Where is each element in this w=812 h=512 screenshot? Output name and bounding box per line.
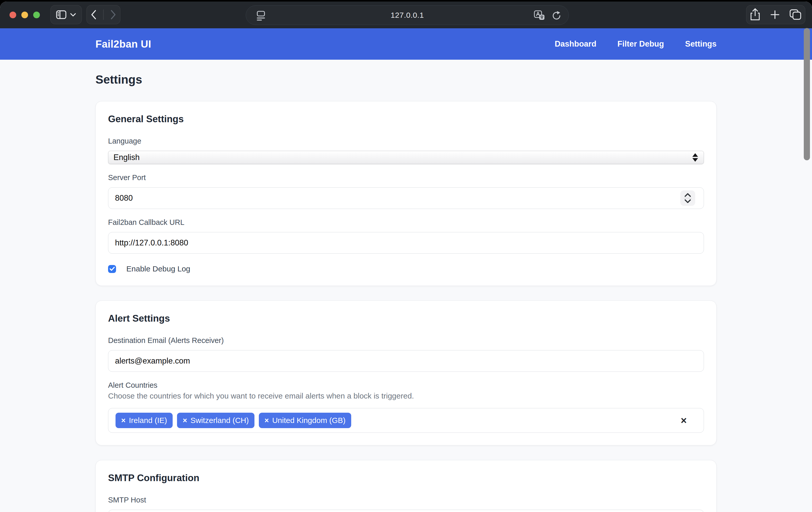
page-title: Settings bbox=[95, 60, 717, 86]
general-settings-card: General Settings Language English Server… bbox=[95, 101, 717, 286]
callback-url-input[interactable] bbox=[108, 232, 704, 254]
language-label: Language bbox=[108, 137, 704, 145]
debug-log-label[interactable]: Enable Debug Log bbox=[126, 264, 191, 273]
server-port-label: Server Port bbox=[108, 173, 704, 182]
nav-link-settings[interactable]: Settings bbox=[685, 39, 717, 49]
select-arrows-icon bbox=[692, 153, 698, 162]
nav-link-filter-debug[interactable]: Filter Debug bbox=[617, 39, 664, 49]
remove-tag-icon[interactable]: × bbox=[121, 416, 125, 425]
nav-divider bbox=[103, 9, 104, 20]
translate-icon[interactable] bbox=[533, 10, 546, 21]
page-content: Settings General Settings Language Engli… bbox=[0, 60, 812, 512]
smtp-host-input[interactable] bbox=[108, 510, 704, 512]
chevron-down-icon bbox=[70, 12, 76, 17]
country-tag-label: United Kingdom (GB) bbox=[272, 416, 346, 425]
close-window-button[interactable] bbox=[9, 11, 16, 18]
callback-url-label: Fail2ban Callback URL bbox=[108, 218, 704, 227]
nav-links: Dashboard Filter Debug Settings bbox=[555, 39, 717, 49]
app-navbar: Fail2ban UI Dashboard Filter Debug Setti… bbox=[0, 28, 812, 60]
nav-link-dashboard[interactable]: Dashboard bbox=[555, 39, 597, 49]
smtp-configuration-card: SMTP Configuration SMTP Host bbox=[95, 460, 717, 512]
smtp-configuration-title: SMTP Configuration bbox=[108, 473, 704, 483]
alert-settings-title: Alert Settings bbox=[108, 313, 704, 324]
general-settings-title: General Settings bbox=[108, 114, 704, 124]
toolbar-right-group bbox=[746, 5, 805, 24]
checkmark-icon bbox=[109, 266, 115, 271]
remove-tag-icon[interactable]: × bbox=[264, 416, 269, 425]
alert-settings-card: Alert Settings Destination Email (Alerts… bbox=[95, 301, 717, 445]
app-brand: Fail2ban UI bbox=[95, 38, 151, 50]
destination-email-input[interactable] bbox=[108, 350, 704, 372]
window-controls bbox=[9, 11, 40, 18]
destination-email-label: Destination Email (Alerts Receiver) bbox=[108, 336, 704, 345]
browser-window: 127.0.0.1 bbox=[0, 2, 812, 512]
browser-titlebar: 127.0.0.1 bbox=[0, 2, 812, 28]
zoom-window-button[interactable] bbox=[33, 11, 40, 18]
back-button[interactable] bbox=[87, 9, 100, 20]
country-tag-united-kingdom: × United Kingdom (GB) bbox=[259, 413, 351, 428]
forward-button[interactable] bbox=[106, 9, 120, 20]
number-stepper[interactable] bbox=[680, 190, 695, 206]
minimize-window-button[interactable] bbox=[21, 11, 28, 18]
server-port-input[interactable] bbox=[108, 187, 704, 209]
smtp-host-label: SMTP Host bbox=[108, 496, 704, 504]
alert-countries-label: Alert Countries bbox=[108, 381, 704, 390]
stepper-up-icon bbox=[684, 193, 692, 197]
address-bar[interactable]: 127.0.0.1 bbox=[246, 5, 569, 25]
clear-all-icon[interactable]: × bbox=[681, 415, 687, 426]
country-tag-label: Ireland (IE) bbox=[129, 416, 167, 425]
debug-log-checkbox[interactable] bbox=[108, 265, 116, 273]
new-tab-icon[interactable] bbox=[770, 9, 780, 20]
sidebar-toggle-button[interactable] bbox=[51, 5, 82, 24]
url-text: 127.0.0.1 bbox=[246, 11, 569, 20]
country-tag-label: Switzerland (CH) bbox=[191, 416, 249, 425]
alert-countries-help: Choose the countries for which you want … bbox=[108, 392, 704, 400]
reload-icon[interactable] bbox=[551, 10, 562, 21]
tab-overview-icon[interactable] bbox=[789, 9, 802, 21]
share-icon[interactable] bbox=[750, 8, 761, 21]
stepper-down-icon bbox=[684, 199, 692, 203]
scrollbar-thumb[interactable] bbox=[804, 28, 810, 160]
alert-countries-multiselect[interactable]: × Ireland (IE) × Switzerland (CH) × Unit… bbox=[108, 408, 704, 433]
history-nav-group bbox=[86, 5, 120, 24]
country-tag-ireland: × Ireland (IE) bbox=[116, 413, 173, 428]
language-select[interactable]: English bbox=[108, 151, 704, 164]
country-tag-switzerland: × Switzerland (CH) bbox=[177, 413, 255, 428]
language-selected-value: English bbox=[113, 153, 140, 162]
sidebar-icon bbox=[56, 10, 66, 19]
remove-tag-icon[interactable]: × bbox=[183, 416, 187, 425]
